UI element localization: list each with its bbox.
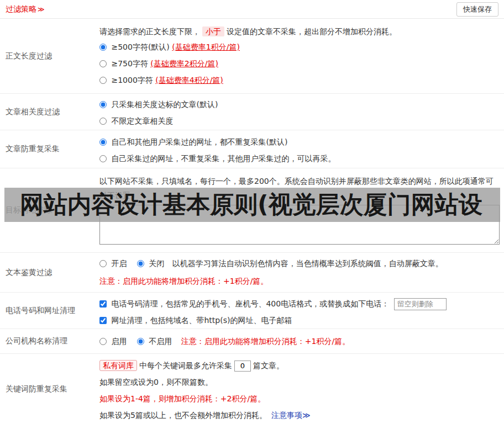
dedupe-self-radio[interactable]: [99, 155, 107, 162]
section-label-relevance: 文章相关度过滤: [0, 94, 94, 130]
less-than-tag: 小于: [202, 26, 224, 36]
porn-on-label: 开启: [111, 259, 127, 268]
length-1000-label: ≥1000字符: [111, 76, 153, 84]
porn-off-label: 关闭: [149, 259, 164, 268]
porn-on-radio[interactable]: [99, 260, 107, 267]
company-off-radio[interactable]: [137, 338, 144, 345]
length-500-radio[interactable]: [99, 44, 107, 51]
section-label-company: 公司机构名称清理: [0, 329, 94, 353]
section-keyword-dedupe: 关键词防重复采集 私有词库中每个关键词最多允许采集篇文章。 如果留空或设为0，则…: [0, 354, 504, 424]
checkbox-url-clean[interactable]: 网址清理，包括纯域名、带http(s)的网址、电子邮箱: [99, 316, 292, 325]
section-site-exclude: 目标网站排除 以下网站不采集，只填域名，每行一个，最多200个。系统会自动识别并…: [0, 168, 504, 253]
radio-porn-on[interactable]: 开启: [99, 259, 129, 268]
url-clean-label: 网址清理，包括纯域名、带http(s)的网址、电子邮箱: [111, 316, 292, 325]
keyword-limit-text: 中每个关键词最多允许采集: [139, 361, 232, 370]
section-label-dedupe: 文章防重复采集: [0, 130, 94, 168]
dedupe-self-label: 自己采集过的网址，不重复采集，其他用户采集过的，可以再采。: [111, 154, 335, 163]
private-lexicon-tag: 私有词库: [99, 360, 137, 371]
radio-length-750[interactable]: ≥750字符 (基础费率2积分/篇): [99, 59, 218, 68]
length-750-fee-note: (基础费率2积分/篇): [150, 59, 218, 68]
page-title[interactable]: 过滤策略≫: [6, 4, 45, 14]
section-label-length: 正文长度过滤: [0, 19, 94, 93]
company-cost-note: 注意：启用此功能将增加积分消耗：+1积分/篇。: [181, 337, 350, 346]
notice-link[interactable]: 注意事项≫: [271, 411, 311, 420]
section-label-porn: 文本鉴黄过滤: [0, 253, 94, 292]
checkbox-phone-clean[interactable]: 电话号码清理，包括常见的手机号、座机号、400电话格式，或替换成如下电话：: [99, 299, 392, 308]
dedupe-all-label: 自己和其他用户采集过的网址，都不重复采集(默认): [111, 137, 287, 146]
chevron-down-icon: ≫: [38, 6, 45, 13]
section-relevance-filter: 文章相关度过滤 只采集相关度达标的文章(默认) 不限定文章相关度: [0, 94, 504, 130]
phone-clean-label: 电话号码清理，包括常见的手机号、座机号、400电话格式，或替换成如下电话：: [111, 299, 389, 308]
section-label-exclude: 目标网站排除: [0, 168, 94, 252]
replacement-phone-input[interactable]: [394, 298, 447, 310]
length-1000-radio[interactable]: [99, 77, 107, 84]
radio-company-off[interactable]: 不启用: [137, 337, 175, 346]
section-dedupe: 文章防重复采集 自己和其他用户采集过的网址，都不重复采集(默认) 自己采集过的网…: [0, 130, 504, 168]
length-750-label: ≥750字符: [111, 59, 148, 68]
top-bar: 过滤策略≫ 快速保存: [0, 0, 504, 19]
relevance-any-label: 不限定文章相关度: [111, 116, 173, 125]
relevance-strict-label: 只采集相关度达标的文章(默认): [111, 100, 218, 109]
relevance-strict-radio[interactable]: [99, 101, 107, 108]
radio-dedupe-self[interactable]: 自己采集过的网址，不重复采集，其他用户采集过的，可以再采。: [99, 154, 335, 163]
section-length-filter: 正文长度过滤 请选择需求的正文长度下限，小于设定值的文章不采集，超出部分不增加积…: [0, 19, 504, 94]
porn-description: 以机器学习算法自动识别色情内容，当色情概率达到系统阈值，自动屏蔽文章。: [172, 259, 443, 268]
phone-clean-checkbox[interactable]: [99, 300, 107, 308]
length-500-label: ≥500字符(默认): [111, 43, 169, 51]
quick-save-button[interactable]: 快速保存: [456, 2, 498, 17]
radio-length-500[interactable]: ≥500字符(默认) (基础费率1积分/篇): [99, 43, 240, 51]
length-500-fee-note: (基础费率1积分/篇): [172, 43, 240, 51]
radio-relevance-strict[interactable]: 只采集相关度达标的文章(默认): [99, 100, 218, 109]
exclude-intro: 以下网站不采集，只填域名，每行一个，最多200个。系统会自动识别并屏蔽那些非文章…: [99, 174, 500, 203]
dedupe-all-radio[interactable]: [99, 139, 107, 146]
radio-dedupe-all[interactable]: 自己和其他用户采集过的网址，都不重复采集(默认): [99, 137, 287, 146]
length-intro-before: 请选择需求的正文长度下限，: [99, 27, 200, 36]
exclude-domains-textarea[interactable]: [99, 205, 500, 245]
url-clean-checkbox[interactable]: [99, 317, 107, 324]
section-phone-url-clean: 电话号码和网址清理 电话号码清理，包括常见的手机号、座机号、400电话格式，或替…: [0, 293, 504, 329]
section-label-phone: 电话号码和网址清理: [0, 293, 94, 328]
relevance-any-radio[interactable]: [99, 118, 107, 125]
length-750-radio[interactable]: [99, 60, 107, 67]
section-company-clean: 公司机构名称清理 启用 不启用 注意：启用此功能将增加积分消耗：+1积分/篇。: [0, 329, 504, 354]
keyword-limit-unit: 篇文章。: [253, 361, 284, 370]
keyword-note-five: 如果设为5篇或以上，也不会额外增加积分消耗。: [99, 411, 267, 420]
company-off-label: 不启用: [149, 337, 172, 346]
radio-company-on[interactable]: 启用: [99, 337, 129, 346]
radio-relevance-any[interactable]: 不限定文章相关度: [99, 116, 173, 125]
radio-porn-off[interactable]: 关闭: [137, 259, 167, 268]
page-title-text: 过滤策略: [6, 4, 36, 13]
porn-off-radio[interactable]: [137, 260, 144, 267]
length-intro: 请选择需求的正文长度下限，小于设定值的文章不采集，超出部分不增加积分消耗。: [99, 24, 500, 39]
radio-length-1000[interactable]: ≥1000字符 (基础费率4积分/篇): [99, 76, 223, 84]
section-label-keyword: 关键词防重复采集: [0, 354, 94, 424]
company-on-radio[interactable]: [99, 338, 107, 345]
company-on-label: 启用: [111, 337, 127, 346]
section-porn-filter: 文本鉴黄过滤 开启 关闭 以机器学习算法自动识别色情内容，当色情概率达到系统阈值…: [0, 253, 504, 293]
keyword-note-cost: 如果设为1-4篇，则增加积分消耗：+2积分/篇。: [99, 390, 500, 407]
length-intro-after: 设定值的文章不采集，超出部分不增加积分消耗。: [227, 27, 397, 36]
keyword-note-zero: 如果留空或设为0，则不限篇数。: [99, 374, 500, 390]
porn-cost-note: 注意：启用此功能将增加积分消耗：+1积分/篇。: [99, 273, 500, 289]
length-1000-fee-note: (基础费率4积分/篇): [155, 76, 223, 84]
keyword-count-input[interactable]: [234, 361, 251, 372]
